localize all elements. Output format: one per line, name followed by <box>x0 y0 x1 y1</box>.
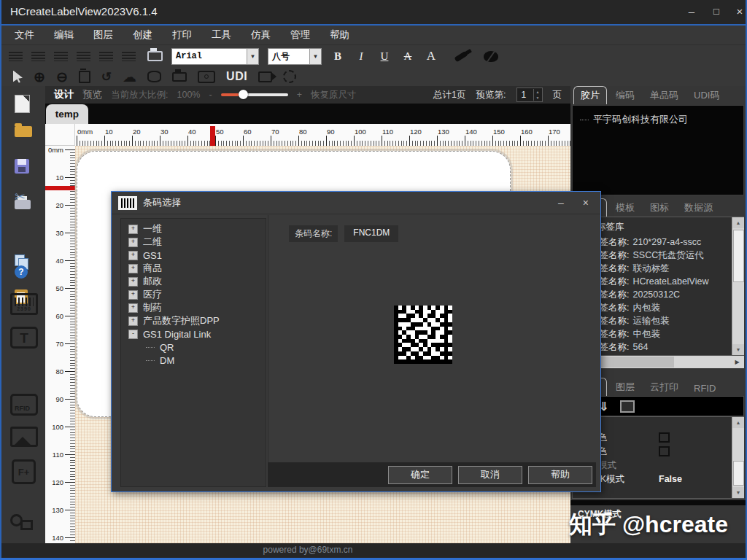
wireless-device-icon[interactable] <box>198 71 215 83</box>
panel-tab[interactable]: 图标 <box>643 199 676 217</box>
database-icon[interactable] <box>147 71 161 82</box>
dialog-button[interactable]: 确定 <box>388 466 452 484</box>
label-library-item[interactable]: +标签名称:210*297-a4-sscc <box>577 236 743 249</box>
label-library-item[interactable]: +标签名称:运输包装 <box>577 314 743 327</box>
menu-item[interactable]: 仿真 <box>251 28 271 42</box>
delete-icon[interactable] <box>79 71 90 83</box>
close-icon[interactable]: × <box>731 4 747 19</box>
palette-icon[interactable] <box>484 51 498 62</box>
maximize-icon[interactable]: □ <box>708 4 725 19</box>
panel-tab[interactable]: 单品码 <box>643 87 685 104</box>
menu-item[interactable]: 帮助 <box>330 28 349 42</box>
menu-item[interactable]: 管理 <box>290 28 310 42</box>
menu-item[interactable]: 打印 <box>172 28 192 42</box>
menu-item[interactable]: 编辑 <box>54 28 74 42</box>
image-tool-icon[interactable] <box>10 427 38 447</box>
cloud-upload-icon[interactable]: ☁ <box>123 69 136 85</box>
page-number-spinner[interactable]: 1 ▲ ▼ <box>516 88 543 102</box>
ai-assistant-icon[interactable] <box>283 70 296 83</box>
property-value[interactable]: False <box>659 472 682 486</box>
align-justify-icon[interactable] <box>99 52 113 61</box>
font-size-select[interactable]: 八号 ▼ <box>268 48 322 65</box>
video-camera-icon[interactable] <box>258 71 272 82</box>
barcode-tree-item[interactable]: +制药 <box>121 301 266 314</box>
copy-icon[interactable] <box>15 254 25 266</box>
scroll-thumb[interactable] <box>733 461 744 486</box>
barcode-tree-item[interactable]: +二维 <box>121 236 266 249</box>
new-document-icon[interactable] <box>15 95 30 113</box>
barcode-tree-item[interactable]: +医疗 <box>121 288 266 301</box>
italic-button[interactable]: I <box>354 50 368 63</box>
select-cursor-icon[interactable] <box>13 71 23 83</box>
barcode-tree-item[interactable]: +商品 <box>121 262 266 275</box>
help-icon[interactable]: ? <box>15 265 28 279</box>
panel-tab[interactable]: 图层 <box>609 378 641 396</box>
library-root-item[interactable]: 我的标签库 <box>577 219 743 236</box>
menu-item[interactable]: 工具 <box>212 28 231 42</box>
panel-tab[interactable]: 数据源 <box>678 199 719 217</box>
scroll-up-icon[interactable]: ▲ <box>732 417 744 428</box>
barcode-tool-icon[interactable]: 2390 <box>10 293 38 315</box>
list-outdent-icon[interactable] <box>77 52 90 61</box>
strikethrough-button[interactable]: A <box>400 50 415 63</box>
barcode-tree-item[interactable]: QR <box>121 341 266 354</box>
tree-expander-icon[interactable]: + <box>128 225 138 234</box>
bold-button[interactable]: B <box>330 50 345 63</box>
zoom-plus-button[interactable]: + <box>297 90 302 100</box>
dialog-minimize-icon[interactable]: – <box>558 197 564 209</box>
chevron-down-icon[interactable]: ▼ <box>309 49 321 64</box>
form-plus-tool-icon[interactable]: F+ <box>12 459 36 484</box>
dialog-button[interactable]: 帮助 <box>528 466 592 484</box>
color-swatch[interactable] <box>659 432 670 443</box>
company-tree-item[interactable]: 平宇码创科技有限公司 <box>573 106 743 126</box>
scroll-right-icon[interactable]: ▶ <box>732 356 743 368</box>
spinner-up-icon[interactable]: ▲ <box>534 89 542 95</box>
datamatrix-barcode[interactable] <box>394 306 452 364</box>
barcode-tree-item[interactable]: DM <box>121 354 266 367</box>
tree-expander-icon[interactable]: + <box>128 264 138 273</box>
dialog-button[interactable]: 取消 <box>458 466 522 484</box>
tree-expander-icon[interactable]: + <box>128 277 138 287</box>
barcode-tree-item[interactable]: +产品数字护照DPP <box>121 314 266 327</box>
menu-item[interactable]: 文件 <box>15 28 34 42</box>
menu-item[interactable]: 图层 <box>93 28 113 42</box>
zoom-slider[interactable] <box>221 90 288 100</box>
tree-expander-icon[interactable]: + <box>128 290 138 300</box>
zoom-in-icon[interactable]: ⊕ <box>34 70 45 84</box>
rfid-tool-icon[interactable]: RFID <box>10 394 38 416</box>
minimize-icon[interactable]: – <box>683 4 700 19</box>
tree-expander-icon[interactable]: + <box>128 303 138 313</box>
scroll-down-icon[interactable]: ▼ <box>732 487 744 498</box>
zoom-minus-button[interactable]: - <box>209 90 212 100</box>
page-number-value[interactable]: 1 <box>517 90 533 100</box>
label-library-item[interactable]: +标签名称:20250312C <box>577 288 743 301</box>
barcode-tree-item[interactable]: +邮政 <box>121 275 266 288</box>
cut-icon[interactable]: ✂ <box>15 190 26 203</box>
restore-size-button[interactable]: 恢复原尺寸 <box>311 89 357 101</box>
label-library-item[interactable]: +标签名称:SSCC托盘货运代 <box>577 249 743 262</box>
frame-icon[interactable] <box>620 400 635 413</box>
align-right-icon[interactable] <box>31 52 45 61</box>
label-library-item[interactable]: +标签名称:564 <box>577 341 743 354</box>
shapes-tool-icon[interactable] <box>10 511 38 534</box>
text-tool-icon[interactable]: T <box>10 327 38 349</box>
save-icon[interactable] <box>15 159 29 174</box>
vertical-scrollbar[interactable]: ▲ ▼ <box>732 217 744 355</box>
scroll-down-icon[interactable]: ▼ <box>732 344 744 355</box>
tab-design[interactable]: 设计 <box>54 88 74 101</box>
undo-icon[interactable]: ↺ <box>101 69 112 85</box>
tree-expander-icon[interactable]: + <box>128 316 138 326</box>
align-center-icon[interactable] <box>122 52 136 61</box>
spinner-down-icon[interactable]: ▼ <box>534 95 542 101</box>
print-icon[interactable] <box>147 51 163 61</box>
label-library-item[interactable]: +标签名称:联动标签 <box>577 262 743 275</box>
udi-tool-button[interactable]: UDI <box>226 70 247 83</box>
menu-item[interactable]: 创建 <box>133 28 152 42</box>
barcode-tree-item[interactable]: -GS1 Digital Link <box>121 327 266 341</box>
spinner-arrows[interactable]: ▲ ▼ <box>533 89 542 101</box>
barcode-tree-item[interactable]: +一维 <box>121 222 266 236</box>
panel-tab[interactable]: RFID <box>687 381 722 396</box>
brush-icon[interactable] <box>454 50 468 61</box>
underline-button[interactable]: U <box>377 50 392 63</box>
label-library-item[interactable]: +标签名称:HCreateLabelView <box>577 275 743 288</box>
